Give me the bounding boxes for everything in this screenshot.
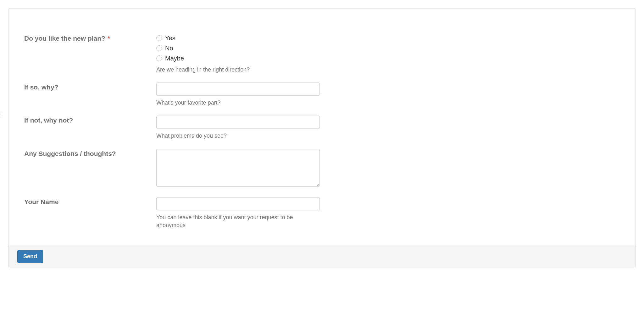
radio-option-yes: Yes	[156, 34, 320, 43]
field-like-plan: Do you like the new plan? * Yes No Maybe…	[24, 34, 620, 74]
label-if-so: If so, why?	[24, 83, 58, 91]
input-if-so[interactable]	[156, 83, 320, 96]
label-if-not: If not, why not?	[24, 117, 73, 124]
form-body: Do you like the new plan? * Yes No Maybe…	[8, 9, 636, 245]
label-your-name: Your Name	[24, 198, 58, 205]
field-your-name: Your Name You can leave this blank if yo…	[24, 197, 620, 229]
input-if-not[interactable]	[156, 116, 320, 129]
required-indicator: *	[108, 35, 110, 42]
field-if-so: If so, why? What's your favorite part?	[24, 83, 620, 107]
radio-label-yes[interactable]: Yes	[165, 34, 175, 43]
radio-option-no: No	[156, 44, 320, 53]
radio-no[interactable]	[156, 45, 162, 51]
field-if-not: If not, why not? What problems do you se…	[24, 116, 620, 140]
radio-yes[interactable]	[156, 35, 162, 41]
radio-option-maybe: Maybe	[156, 54, 320, 63]
label-like-plan: Do you like the new plan?	[24, 35, 105, 42]
side-handle	[0, 113, 2, 117]
field-suggestions: Any Suggestions / thoughts?	[24, 149, 620, 188]
form-panel: Do you like the new plan? * Yes No Maybe…	[8, 8, 636, 268]
textarea-suggestions[interactable]	[156, 149, 320, 187]
help-if-not: What problems do you see?	[156, 132, 320, 140]
radio-label-maybe[interactable]: Maybe	[165, 54, 184, 63]
radio-maybe[interactable]	[156, 55, 162, 61]
radio-label-no[interactable]: No	[165, 44, 173, 53]
help-if-so: What's your favorite part?	[156, 99, 320, 107]
help-your-name: You can leave this blank if you want you…	[156, 214, 320, 229]
input-your-name[interactable]	[156, 197, 320, 210]
help-like-plan: Are we heading in the right direction?	[156, 66, 320, 74]
form-footer: Send	[8, 245, 636, 268]
send-button[interactable]: Send	[17, 250, 43, 263]
label-suggestions: Any Suggestions / thoughts?	[24, 150, 116, 157]
